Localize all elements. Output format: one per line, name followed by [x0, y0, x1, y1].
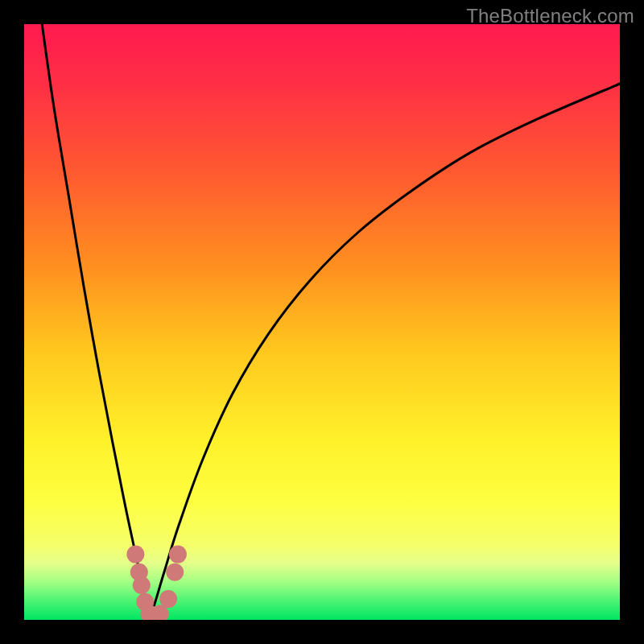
marker-dot [126, 546, 144, 564]
marker-dot [159, 590, 177, 608]
marker-dot [166, 564, 184, 581]
plot-area [24, 24, 620, 620]
curve-right-branch [149, 84, 620, 620]
data-markers [126, 546, 187, 620]
curve-left-branch [42, 24, 149, 620]
bottleneck-curve [42, 24, 620, 620]
marker-dot [133, 576, 151, 594]
curve-layer [24, 24, 620, 620]
watermark-text: TheBottleneck.com [466, 5, 634, 27]
chart-frame: TheBottleneck.com [0, 0, 644, 644]
marker-dot [169, 546, 187, 564]
